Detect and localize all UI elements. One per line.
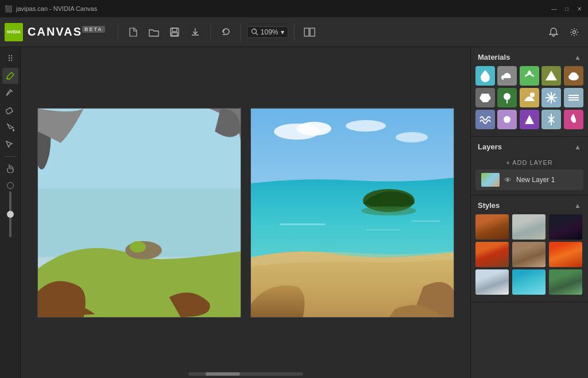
svg-point-24 [570, 72, 577, 77]
size-indicator [7, 182, 14, 189]
material-cloud[interactable] [497, 66, 517, 86]
notifications-button[interactable] [544, 23, 563, 41]
toolbar-divider-1 [118, 24, 118, 41]
layer-visibility-button[interactable]: 👁 [504, 176, 512, 184]
eraser-tool[interactable] [2, 102, 18, 118]
materials-label: Materials [478, 53, 510, 61]
app-title: CANVASBETA [28, 25, 105, 38]
window-title: javipas.can - NVIDIA Canvas [16, 5, 97, 12]
settings-button[interactable] [565, 23, 583, 41]
main-layout: ⠿ [0, 47, 588, 378]
svg-point-19 [361, 206, 416, 215]
styles-label: Styles [478, 201, 500, 210]
materials-header: Materials ▲ [471, 47, 588, 66]
size-slider[interactable] [9, 191, 11, 237]
material-wave[interactable] [475, 110, 495, 129]
material-snow-white[interactable] [541, 110, 561, 129]
window-icon: ⬛ [5, 5, 13, 13]
styles-section: Styles ▲ [471, 195, 588, 302]
svg-point-3 [252, 29, 256, 34]
titlebar-left: ⬛ javipas.can - NVIDIA Canvas [5, 5, 97, 13]
add-layer-button[interactable]: + ADD LAYER [471, 156, 588, 169]
material-beach[interactable] [520, 88, 539, 107]
compare-button[interactable] [300, 23, 319, 41]
canvas-scrollbar-thumb[interactable] [206, 372, 240, 376]
svg-rect-1 [172, 28, 177, 32]
hand-tool[interactable] [2, 160, 18, 176]
svg-point-16 [346, 120, 386, 132]
nvidia-logo: NVIDIA [5, 23, 23, 41]
right-panel: Materials ▲ [470, 47, 588, 378]
styles-header: Styles ▲ [471, 195, 588, 214]
titlebar-controls[interactable]: — □ ✕ [550, 5, 583, 13]
material-pink[interactable] [564, 110, 583, 129]
layers-label: Layers [478, 142, 502, 151]
material-lavender-light[interactable] [497, 110, 517, 129]
svg-rect-7 [6, 107, 13, 114]
style-tropical[interactable] [512, 269, 546, 295]
toolbar-divider-2 [210, 24, 211, 41]
size-slider-thumb[interactable] [7, 211, 14, 218]
material-fog[interactable] [564, 88, 583, 107]
dots-icon: ⠿ [2, 51, 18, 67]
save-button[interactable] [165, 23, 184, 41]
canvas-area[interactable] [21, 47, 470, 378]
material-grass[interactable] [520, 66, 539, 86]
new-file-button[interactable] [124, 23, 142, 41]
zoom-level: 109% [261, 28, 278, 36]
minimize-button[interactable]: — [550, 5, 558, 13]
pen-tool[interactable] [2, 85, 18, 101]
materials-collapse-button[interactable]: ▲ [574, 53, 581, 61]
layer-item[interactable]: 👁 New Layer 1 [475, 169, 583, 190]
material-stone[interactable] [475, 88, 495, 107]
canvas-pair [37, 108, 454, 318]
open-file-button[interactable] [145, 23, 163, 41]
zoom-dropdown-icon: ▾ [281, 28, 284, 36]
zoom-control[interactable]: 109% ▾ [247, 26, 288, 38]
select-tool[interactable] [2, 137, 18, 153]
drawing-canvas-panel[interactable] [37, 108, 241, 318]
style-canyon[interactable] [475, 214, 509, 240]
styles-collapse-button[interactable]: ▲ [574, 202, 581, 210]
brush-tool[interactable] [2, 68, 18, 84]
svg-rect-20 [280, 223, 326, 225]
materials-section: Materials ▲ [471, 47, 588, 137]
export-button[interactable] [186, 23, 204, 41]
material-water[interactable] [475, 66, 495, 86]
svg-rect-21 [366, 229, 400, 230]
svg-point-25 [504, 93, 510, 100]
left-sidebar: ⠿ [0, 47, 21, 378]
style-dark-cave[interactable] [549, 214, 582, 240]
layers-collapse-button[interactable]: ▲ [574, 143, 581, 151]
layer-thumbnail [481, 173, 500, 187]
svg-rect-26 [506, 100, 508, 103]
layer-name: New Layer 1 [516, 176, 555, 184]
styles-grid [471, 214, 588, 297]
materials-grid [471, 66, 588, 132]
toolbar-divider-4 [294, 24, 295, 41]
material-snow[interactable] [541, 88, 561, 107]
style-rocky-peaks[interactable] [512, 242, 546, 267]
material-rock-dark[interactable] [541, 66, 561, 86]
style-mountain-valley[interactable] [549, 269, 582, 295]
undo-button[interactable] [216, 23, 235, 41]
tool-separator [5, 156, 16, 157]
svg-point-17 [396, 132, 428, 142]
svg-rect-22 [412, 221, 440, 222]
svg-rect-4 [304, 28, 309, 36]
close-button[interactable]: ✕ [575, 5, 583, 13]
logo-area: NVIDIA CANVASBETA [5, 23, 105, 41]
photo-canvas-panel[interactable] [250, 108, 454, 318]
material-tree[interactable] [497, 88, 517, 107]
size-slider-container [7, 182, 14, 237]
style-misty[interactable] [512, 214, 546, 240]
style-sunset-forest[interactable] [475, 242, 509, 267]
material-dirt[interactable] [564, 66, 583, 86]
maximize-button[interactable]: □ [563, 5, 571, 13]
fill-tool[interactable] [2, 119, 18, 136]
beta-badge: BETA [82, 26, 105, 33]
material-purple-rock[interactable] [520, 110, 539, 129]
style-snowy[interactable] [475, 269, 509, 295]
style-orange-sunset[interactable] [549, 242, 582, 267]
canvas-scrollbar[interactable] [188, 372, 303, 376]
